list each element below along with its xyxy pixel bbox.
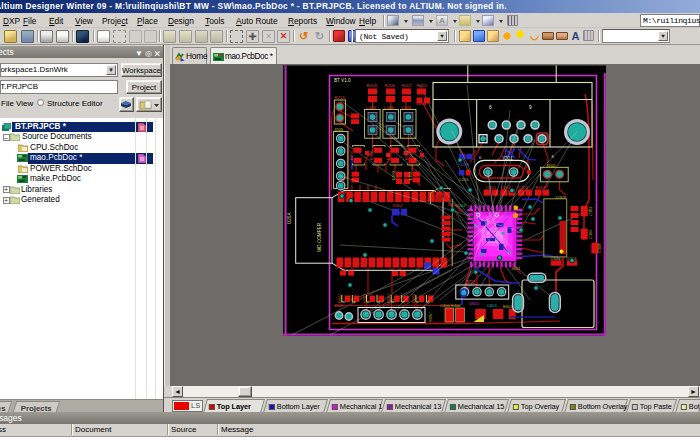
svg-text:WD COMPER: WD COMPER [317,222,322,252]
svg-text:BT V1.0: BT V1.0 [334,78,351,83]
svg-text:R215: R215 [335,95,346,100]
svg-text:R602: R602 [362,293,367,303]
svg-text:C302: C302 [588,206,593,216]
svg-text:L203: L203 [366,105,376,110]
svg-text:J601: J601 [511,266,521,271]
svg-text:R209: R209 [367,83,378,88]
svg-text:U20A: U20A [287,212,292,224]
svg-text:L205: L205 [402,105,412,110]
svg-text:L301: L301 [408,170,413,180]
svg-text:R604: R604 [411,293,416,303]
svg-text:J205: J205 [334,127,344,132]
svg-text:C204: C204 [459,177,470,182]
svg-text:R102: R102 [393,203,403,208]
svg-text:L206: L206 [384,105,394,110]
svg-text:C306: C306 [588,229,593,239]
svg-text:J202: J202 [546,163,556,168]
svg-text:9: 9 [529,105,532,110]
svg-text:C601: C601 [487,303,498,308]
svg-text:C400 E400: C400 E400 [440,303,462,308]
svg-text:R305: R305 [386,150,391,160]
svg-text:C601: C601 [486,185,497,190]
svg-text:R208: R208 [385,83,396,88]
svg-text:6: 6 [489,105,492,110]
svg-text:U601: U601 [469,301,480,306]
svg-text:C503: C503 [551,256,562,261]
svg-text:J603: J603 [428,313,433,323]
svg-text:E602: E602 [503,304,513,309]
svg-text:R601: R601 [337,293,342,303]
svg-text:R203: R203 [536,185,547,190]
svg-text:C308: C308 [597,243,602,253]
svg-text:R306: R306 [369,150,374,160]
svg-text:R216: R216 [349,150,354,160]
svg-text:L302: L302 [391,170,396,180]
svg-text:R202: R202 [417,83,428,88]
svg-text:R207: R207 [402,83,413,88]
